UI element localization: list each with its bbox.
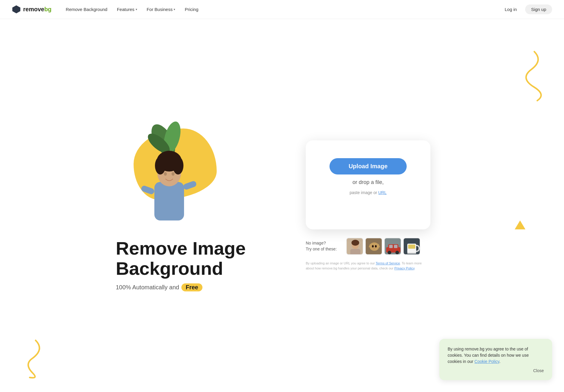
cookie-text: By using remove.bg you agree to the use … — [448, 346, 544, 365]
free-badge: Free — [181, 283, 202, 291]
hero-right: Upload Image or drop a file, paste image… — [282, 140, 454, 271]
person-illustration — [134, 117, 205, 226]
nav-links: Remove Background Features ▾ For Busines… — [62, 5, 202, 14]
triangle-decoration — [515, 220, 525, 231]
logo-icon — [12, 5, 21, 14]
squiggle-top-right-decoration — [505, 49, 546, 103]
hero-section: Remove Image Background 100% Automatical… — [0, 19, 564, 392]
nav-right: Log in Sign up — [500, 4, 552, 14]
svg-point-11 — [164, 172, 167, 176]
nav-link-for-business[interactable]: For Business ▾ — [143, 5, 179, 14]
drop-text: or drop a file, — [352, 179, 384, 185]
svg-point-10 — [173, 157, 183, 174]
hero-text: Remove Image Background 100% Automatical… — [110, 238, 282, 291]
svg-point-30 — [388, 251, 391, 254]
svg-point-9 — [155, 157, 166, 174]
svg-rect-13 — [140, 185, 155, 195]
svg-rect-35 — [407, 253, 416, 254]
sample-images — [346, 238, 420, 255]
nav-left: removebg Remove Background Features ▾ Fo… — [12, 5, 202, 14]
tos-link[interactable]: Terms of Service — [376, 261, 400, 265]
sample-text: No image? Try one of these: — [306, 240, 341, 252]
svg-rect-18 — [350, 249, 360, 255]
sample-thumb-mug[interactable] — [403, 238, 420, 255]
url-link[interactable]: URL — [378, 190, 386, 195]
svg-rect-29 — [394, 245, 397, 248]
svg-rect-14 — [183, 180, 197, 190]
svg-point-12 — [172, 172, 175, 176]
upload-card: Upload Image or drop a file, paste image… — [306, 140, 430, 229]
nav-link-remove-background[interactable]: Remove Background — [62, 5, 111, 14]
hero-left: Remove Image Background 100% Automatical… — [110, 120, 282, 291]
cookie-close-button[interactable]: Close — [533, 368, 544, 373]
signup-button[interactable]: Sign up — [525, 4, 552, 14]
sample-thumb-person[interactable] — [346, 238, 363, 255]
legal-text: By uploading an image or URL you agree t… — [306, 261, 430, 271]
svg-rect-6 — [154, 182, 184, 220]
upload-image-button[interactable]: Upload Image — [329, 158, 407, 174]
svg-point-23 — [372, 245, 374, 247]
nav-link-pricing[interactable]: Pricing — [181, 5, 202, 14]
sample-thumb-car[interactable] — [384, 238, 401, 255]
hero-subtitle: 100% Automatically and Free — [116, 283, 282, 291]
sample-section: No image? Try one of these: — [306, 238, 430, 255]
svg-rect-34 — [408, 245, 415, 249]
chevron-down-icon: ▾ — [136, 8, 137, 11]
nav-link-features[interactable]: Features ▾ — [113, 5, 141, 14]
svg-point-24 — [375, 245, 377, 247]
cookie-policy-link[interactable]: Cookie Policy — [474, 359, 499, 364]
svg-marker-0 — [515, 220, 525, 229]
privacy-link[interactable]: Privacy Policy — [394, 266, 414, 270]
logo-text: removebg — [23, 6, 52, 13]
squiggle-bottom-left-decoration — [18, 337, 53, 380]
svg-point-17 — [351, 240, 359, 246]
navbar: removebg Remove Background Features ▾ Fo… — [0, 0, 564, 19]
cookie-banner: By using remove.bg you agree to the use … — [439, 339, 552, 380]
svg-point-31 — [395, 251, 399, 254]
chevron-down-icon: ▾ — [174, 8, 175, 11]
logo[interactable]: removebg — [12, 5, 52, 14]
paste-text: paste image or URL — [350, 190, 387, 195]
hero-title: Remove Image Background — [116, 238, 282, 279]
svg-rect-28 — [389, 245, 393, 248]
sample-thumb-cat[interactable] — [365, 238, 382, 255]
login-button[interactable]: Log in — [500, 4, 522, 14]
